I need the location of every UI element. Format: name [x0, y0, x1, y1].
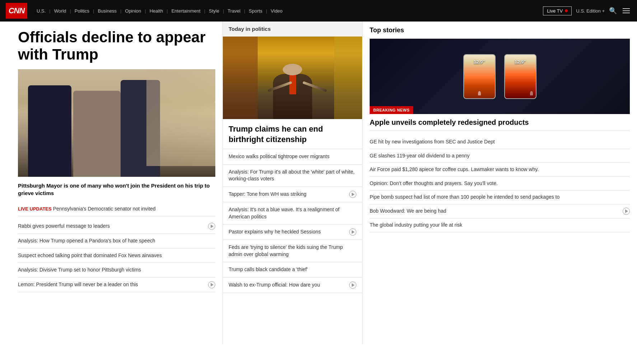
mid-story-7[interactable]: Walsh to ex-Trump official: How dare you	[223, 278, 362, 293]
right-column: Top stories 12.9" 12.9"	[362, 22, 637, 344]
right-story-3[interactable]: Opinion: Don't offer thoughts and prayer…	[370, 177, 630, 191]
nav-item-opinion[interactable]: Opinion	[122, 8, 145, 14]
left-curtain	[223, 37, 258, 119]
mid-story-0[interactable]: Mexico walks political tightrope over mi…	[223, 149, 362, 165]
right-video-icon-5	[623, 208, 630, 215]
top-stories-header: Top stories	[370, 22, 630, 39]
ipad-left-label: 12.9"	[474, 59, 485, 65]
nav-item-entertainment[interactable]: Entertainment	[168, 8, 204, 14]
left-story-text-0: Rabbi gives powerful message to leaders	[18, 223, 206, 230]
left-story-text-1: Analysis: How Trump opened a Pandora's b…	[18, 237, 215, 245]
nav-links: U.S. | World | Politics | Business | Opi…	[33, 8, 543, 14]
mid-story-text-1: Analysis: For Trump it's all about the '…	[229, 169, 356, 183]
nav-item-travel[interactable]: Travel	[224, 8, 244, 14]
nav-item-politics[interactable]: Politics	[71, 8, 93, 14]
sub-headline[interactable]: Pittsburgh Mayor is one of many who won'…	[18, 182, 215, 197]
right-story-text-5: Bob Woodward: We are being had	[370, 208, 620, 215]
mid-story-text-5: Feds are 'trying to silence' the kids su…	[229, 244, 356, 258]
nav-item-business[interactable]: Business	[94, 8, 120, 14]
live-updates-badge[interactable]: LIVE UPDATES	[18, 206, 52, 212]
main-hero-image: BRENDAN SMIALOWSKI/AFP/GETTY IMAGES	[18, 69, 215, 177]
left-story-4[interactable]: Lemon: President Trump will never be a l…	[18, 278, 215, 292]
right-story-0[interactable]: GE hit by new investigations from SEC an…	[370, 135, 630, 149]
left-story-text-2: Suspect echoed talking point that domina…	[18, 252, 215, 259]
mid-story-5[interactable]: Feds are 'trying to silence' the kids su…	[223, 240, 362, 262]
right-story-6[interactable]: The global industry putting your life at…	[370, 218, 630, 232]
menu-line-1	[623, 8, 630, 9]
mid-story-2[interactable]: Tapper: Tone from WH was striking	[223, 187, 362, 202]
mid-story-text-0: Mexico walks political tightrope over mi…	[229, 153, 356, 160]
left-story-0[interactable]: Rabbi gives powerful message to leaders	[18, 219, 215, 234]
live-dot-icon	[565, 9, 568, 12]
figure-2	[73, 91, 121, 177]
mid-story-3[interactable]: Analysis: It's not a blue wave. It's a r…	[223, 202, 362, 224]
right-story-text-0: GE hit by new investigations from SEC an…	[370, 138, 630, 146]
mid-video-icon-4	[349, 228, 356, 236]
nav-item-style[interactable]: Style	[205, 8, 223, 14]
ipad-left: 12.9"	[463, 54, 496, 99]
image-bg-pattern	[146, 69, 216, 166]
mid-main-headline[interactable]: Trump claims he can end birthright citiz…	[223, 119, 362, 149]
main-content: Officials decline to appear with Trump B…	[0, 22, 637, 344]
nav-item-us[interactable]: U.S.	[33, 8, 49, 14]
live-tv-button[interactable]: Live TV	[543, 6, 572, 15]
right-story-text-6: The global industry putting your life at…	[370, 222, 630, 229]
video-icon-0	[208, 223, 215, 230]
header: CNN U.S. | World | Politics | Business |…	[0, 0, 637, 22]
politics-hero-image	[223, 37, 362, 119]
mid-story-text-2: Tapper: Tone from WH was striking	[229, 191, 347, 198]
right-story-1[interactable]: GE slashes 119-year old dividend to a pe…	[370, 149, 630, 163]
mid-story-1[interactable]: Analysis: For Trump it's all about the '…	[223, 165, 362, 187]
cnn-logo[interactable]: CNN	[6, 3, 27, 19]
left-story-1[interactable]: Analysis: How Trump opened a Pandora's b…	[18, 234, 215, 249]
right-story-text-1: GE slashes 119-year old dividend to a pe…	[370, 152, 630, 160]
mid-story-6[interactable]: Trump calls black candidate a 'thief'	[223, 262, 362, 278]
left-column: Officials decline to appear with Trump B…	[0, 22, 223, 344]
edition-selector[interactable]: U.S. Edition +	[576, 8, 605, 14]
politics-section-header: Today in politics	[223, 22, 362, 37]
right-element	[334, 37, 362, 119]
menu-line-2	[623, 10, 630, 11]
mid-video-icon-7	[349, 282, 356, 289]
right-story-text-2: Air Force paid $1,280 apiece for coffee …	[370, 166, 630, 173]
trump-scene	[223, 37, 362, 119]
live-updates-story[interactable]: LIVE UPDATESPennsylvania's Democratic se…	[18, 202, 215, 217]
live-tv-label: Live TV	[547, 8, 563, 14]
left-story-3[interactable]: Analysis: Divisive Trump set to honor Pi…	[18, 263, 215, 278]
right-story-5[interactable]: Bob Woodward: We are being had	[370, 204, 630, 218]
apple-breaking-image[interactable]: 12.9" 12.9" BREAKING NEWS	[370, 39, 630, 114]
nav-item-health[interactable]: Health	[146, 8, 167, 14]
hero-scene	[18, 69, 215, 177]
right-main-headline[interactable]: Apple unveils completely redesigned prod…	[370, 118, 630, 131]
nav-item-world[interactable]: World	[51, 8, 70, 14]
figure-1	[28, 85, 71, 177]
mid-story-text-7: Walsh to ex-Trump official: How dare you	[229, 282, 347, 289]
breaking-news-badge: BREAKING NEWS	[370, 106, 413, 114]
mid-story-text-6: Trump calls black candidate a 'thief'	[229, 266, 356, 273]
photo-credit: BRENDAN SMIALOWSKI/AFP/GETTY IMAGES	[215, 100, 215, 104]
header-right: Live TV U.S. Edition + 🔍	[543, 6, 631, 15]
search-icon[interactable]: 🔍	[609, 7, 617, 15]
ipad-right-figure	[530, 91, 533, 95]
menu-line-3	[623, 13, 630, 13]
apple-event-image: 12.9" 12.9"	[370, 39, 630, 114]
right-story-2[interactable]: Air Force paid $1,280 apiece for coffee …	[370, 163, 630, 177]
left-story-2[interactable]: Suspect echoed talking point that domina…	[18, 249, 215, 263]
ipad-right-label: 12.9"	[515, 59, 526, 65]
left-story-list: Rabbi gives powerful message to leaders …	[18, 219, 215, 292]
live-updates-text: Pennsylvania's Democratic senator not in…	[53, 206, 156, 212]
mid-story-4[interactable]: Pastor explains why he heckled Sessions	[223, 224, 362, 240]
nav-item-sports[interactable]: Sports	[245, 8, 266, 14]
ipad-right: 12.9"	[504, 54, 537, 99]
nav-item-video[interactable]: Video	[267, 8, 286, 14]
mid-story-text-3: Analysis: It's not a blue wave. It's a r…	[229, 206, 356, 220]
main-headline[interactable]: Officials decline to appear with Trump	[18, 29, 215, 63]
right-story-text-4: Pipe bomb suspect had list of more than …	[370, 194, 630, 201]
left-story-text-3: Analysis: Divisive Trump set to honor Pi…	[18, 266, 215, 274]
right-story-text-3: Opinion: Don't offer thoughts and prayer…	[370, 180, 630, 187]
mid-video-icon-2	[349, 191, 356, 198]
right-story-4[interactable]: Pipe bomb suspect had list of more than …	[370, 190, 630, 204]
ipad-left-figure	[478, 91, 481, 95]
hamburger-menu-icon[interactable]	[621, 7, 631, 15]
mid-story-text-4: Pastor explains why he heckled Sessions	[229, 228, 347, 236]
